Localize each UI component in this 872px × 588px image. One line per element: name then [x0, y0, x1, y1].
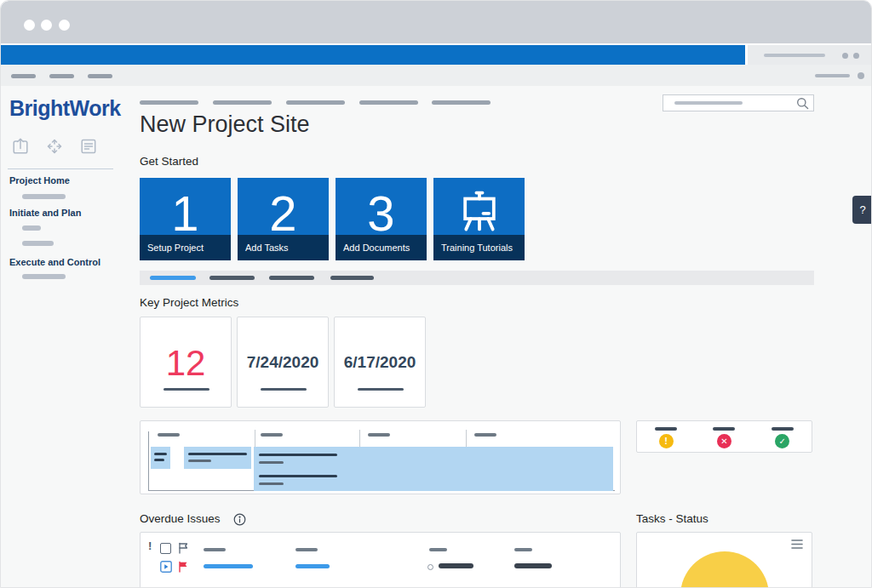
tile-label: Add Tasks [245, 243, 289, 253]
carousel-indicator-active[interactable] [150, 276, 196, 280]
sidebar-placeholder-link[interactable] [22, 194, 66, 199]
issue-link-placeholder[interactable] [295, 564, 330, 568]
red-flag-icon[interactable] [178, 561, 189, 576]
search-placeholder-bar [674, 101, 743, 105]
column-header-placeholder[interactable] [514, 548, 532, 551]
help-button[interactable]: ? [852, 196, 872, 224]
sidebar-item-execute-and-control[interactable]: Execute and Control [9, 257, 100, 267]
sidebar-item-project-home[interactable]: Project Home [9, 175, 70, 186]
easel-icon [456, 186, 502, 237]
column-header-placeholder[interactable] [204, 548, 226, 551]
share-upload-icon[interactable] [10, 136, 31, 157]
gantt-timeline-label [474, 433, 496, 437]
error-icon[interactable]: ✕ [717, 434, 731, 448]
metrics-heading: Key Project Metrics [140, 296, 238, 309]
metric-value: 12 [141, 343, 231, 384]
status-dot-icon [427, 564, 433, 570]
gantt-bar[interactable] [254, 447, 613, 469]
tab-placeholder[interactable] [286, 100, 345, 105]
status-label-placeholder [772, 427, 794, 431]
window-dot-3[interactable] [59, 20, 70, 31]
info-icon[interactable] [233, 513, 246, 529]
issue-text-placeholder [514, 563, 552, 568]
search-icon[interactable] [796, 97, 809, 113]
search-input[interactable] [663, 94, 814, 111]
overdue-issues-heading: Overdue Issues [140, 512, 221, 525]
carousel-indicator[interactable] [330, 276, 374, 280]
nav-dot-icon[interactable] [858, 72, 864, 79]
nav-placeholder-link[interactable] [88, 74, 112, 78]
status-col-success[interactable]: ✓ [754, 421, 812, 452]
page-title: New Project Site [140, 111, 310, 138]
gantt-tick [255, 430, 255, 448]
status-label-placeholder [655, 427, 677, 431]
metric-card-date-2[interactable]: 6/17/2020 [334, 317, 426, 408]
tile-add-tasks[interactable]: 2 Add Tasks [238, 178, 329, 260]
flag-column-icon[interactable] [178, 542, 189, 557]
nav-placeholder-link[interactable] [49, 74, 74, 78]
nav-placeholder-link[interactable] [11, 74, 36, 78]
tab-placeholder[interactable] [359, 100, 418, 105]
sidebar-placeholder-link[interactable] [22, 274, 66, 279]
priority-column-icon[interactable]: ! [148, 539, 152, 552]
play-item-icon[interactable] [160, 561, 172, 576]
gantt-timeline-label [368, 433, 390, 437]
carousel-indicator[interactable] [209, 276, 255, 280]
column-header-placeholder[interactable] [429, 548, 447, 551]
gantt-bar[interactable] [254, 469, 613, 491]
window-dot-1[interactable] [24, 20, 35, 31]
tile-label: Training Tutorials [441, 243, 513, 253]
metric-card-date-1[interactable]: 7/24/2020 [237, 317, 329, 408]
carousel-indicator[interactable] [269, 276, 314, 280]
tile-setup-project[interactable]: 1 Setup Project [140, 178, 231, 260]
page-background [1, 86, 872, 588]
suite-bar-right [748, 45, 872, 65]
metric-value: 6/17/2020 [335, 353, 425, 372]
gantt-bar[interactable] [184, 447, 251, 469]
gantt-tick [466, 430, 467, 448]
chart-menu-icon[interactable] [790, 538, 804, 553]
gantt-chart-card[interactable] [140, 420, 621, 494]
notes-list-icon[interactable] [78, 136, 99, 157]
status-summary-card: ! ✕ ✓ [636, 420, 812, 453]
status-col-warning[interactable]: ! [637, 421, 695, 452]
metric-underline [358, 388, 404, 391]
suite-dot-icon[interactable] [842, 53, 848, 59]
issue-link-placeholder[interactable] [204, 564, 253, 568]
tasks-pie-chart[interactable] [680, 551, 769, 588]
tab-placeholder[interactable] [213, 100, 272, 105]
tile-add-documents[interactable]: 3 Add Documents [336, 178, 427, 260]
column-header-placeholder[interactable] [295, 548, 318, 551]
gantt-timeline-label [158, 433, 180, 437]
gantt-axis-y [148, 431, 149, 490]
overdue-issues-table: ! [140, 532, 621, 588]
brightwork-logo[interactable]: BrightWork [9, 96, 121, 121]
suite-bar [1, 45, 745, 65]
tile-label: Add Documents [343, 243, 410, 253]
select-all-checkbox[interactable] [160, 543, 171, 554]
status-label-placeholder [713, 427, 735, 431]
metric-value: 7/24/2020 [238, 353, 328, 372]
sidebar-placeholder-link[interactable] [22, 241, 54, 246]
carousel-strip [140, 271, 814, 285]
tile-training-tutorials[interactable]: Training Tutorials [433, 178, 525, 260]
gantt-bar[interactable] [151, 447, 170, 469]
sidebar-item-initiate-and-plan[interactable]: Initiate and Plan [9, 208, 81, 218]
gantt-timeline-label [261, 433, 283, 437]
move-arrows-icon[interactable] [44, 136, 65, 157]
gantt-tick [359, 430, 360, 448]
success-icon[interactable]: ✓ [775, 434, 789, 448]
tab-placeholder[interactable] [432, 100, 490, 105]
tasks-status-heading: Tasks - Status [636, 512, 708, 525]
warning-icon[interactable]: ! [659, 434, 674, 448]
suite-dot-icon[interactable] [853, 53, 859, 59]
status-col-error[interactable]: ✕ [695, 421, 753, 452]
issue-text-placeholder [439, 563, 473, 568]
metric-card-issues[interactable]: 12 [140, 317, 232, 408]
tab-placeholder[interactable] [140, 100, 198, 105]
sidebar-placeholder-link[interactable] [22, 225, 41, 231]
window-dot-2[interactable] [41, 20, 52, 31]
nav-placeholder-link[interactable] [815, 74, 850, 77]
sidebar-divider [8, 168, 113, 169]
get-started-heading: Get Started [140, 155, 198, 168]
